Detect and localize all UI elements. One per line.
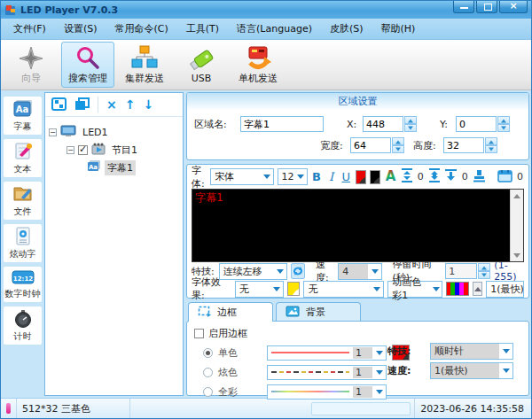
animation-color-up-icon[interactable] — [473, 282, 482, 296]
tree-program-label[interactable]: 节目1 — [109, 143, 140, 158]
expander-icon[interactable]: − — [66, 146, 74, 154]
add-program-icon[interactable] — [51, 97, 66, 113]
tab-label: 背景 — [306, 306, 325, 319]
align-bottom-icon[interactable] — [473, 169, 486, 185]
char-space-icon[interactable] — [428, 168, 441, 185]
add-area-icon[interactable] — [74, 97, 90, 113]
sidebar-item-file[interactable]: 文件 — [4, 182, 42, 220]
line-space-icon[interactable] — [401, 168, 413, 185]
stay-time-spinner[interactable] — [478, 263, 490, 279]
toolbar-search-manage-button[interactable]: 搜索管理 — [61, 42, 114, 88]
bold-button[interactable]: B — [311, 168, 323, 185]
font-effect-dropdown[interactable]: 无 — [235, 281, 285, 298]
move-up-icon[interactable]: ↑ — [125, 98, 136, 111]
scroll-down-icon[interactable] — [511, 249, 523, 261]
background-color-button[interactable] — [370, 170, 380, 184]
toolbar-single-send-button[interactable]: 单机发送 — [231, 42, 285, 88]
tree-row-area[interactable]: Aa 字幕1 — [49, 159, 179, 176]
y-input[interactable] — [456, 116, 497, 132]
width-label: 宽度: — [320, 139, 350, 152]
stay-time-input[interactable] — [445, 263, 477, 279]
dazzle-color-label: 炫色 — [218, 366, 238, 379]
menu-settings[interactable]: 设置(S) — [55, 19, 106, 38]
tree-area-label[interactable]: 字幕1 — [105, 160, 136, 175]
file-icon — [12, 184, 34, 205]
calendar-icon[interactable] — [497, 169, 512, 185]
text-editor-group: 字体: 宋体 12 B I U A 0 0 — [186, 164, 529, 299]
underline-button[interactable]: U — [340, 168, 352, 185]
sidebar-item-text[interactable]: 文本 — [4, 139, 42, 177]
menu-commands[interactable]: 常用命令(C) — [106, 19, 177, 38]
maximize-button[interactable] — [476, 1, 497, 13]
width-spinner[interactable] — [392, 137, 404, 153]
animation-color-dropdown[interactable]: 动画色彩1 — [387, 281, 442, 298]
toolbar-cluster-send-button[interactable]: 集群发送 — [118, 42, 171, 88]
menu-file[interactable]: 文件(F) — [4, 19, 55, 38]
menu-skin[interactable]: 皮肤(S) — [321, 19, 372, 38]
width-input[interactable] — [350, 137, 391, 153]
tree-device-label[interactable]: LED1 — [80, 126, 111, 139]
full-color-line-dropdown[interactable]: 1 — [267, 384, 387, 400]
menu-help[interactable]: 帮助(H) — [372, 19, 425, 38]
font-family-dropdown[interactable]: 宋体 — [210, 168, 273, 185]
height-input[interactable] — [443, 137, 484, 153]
tab-background[interactable]: 背景 — [276, 302, 361, 322]
toolbar-button-label: USB — [192, 73, 212, 84]
region-name-input[interactable] — [240, 116, 324, 132]
dazzle-color-radio[interactable] — [203, 368, 213, 377]
menu-language[interactable]: 语言(Language) — [228, 19, 321, 38]
enable-border-checkbox[interactable] — [194, 329, 204, 338]
text-color-button[interactable] — [356, 170, 366, 184]
expander-icon[interactable]: − — [49, 128, 57, 136]
preview-scrollbar[interactable] — [510, 190, 523, 261]
led-preview-area[interactable]: 字幕1 — [192, 189, 524, 262]
indent-icon[interactable] — [444, 168, 458, 185]
speed-dropdown[interactable]: 4 — [338, 263, 381, 280]
italic-button[interactable]: I — [325, 168, 337, 185]
scroll-up-icon[interactable] — [511, 190, 523, 202]
x-input[interactable] — [363, 116, 403, 132]
subtitle-icon: Aa — [12, 99, 34, 120]
toolbar-wizard-button[interactable]: 向导 — [4, 42, 58, 88]
animation-speed-dropdown[interactable]: 1(最快) — [486, 281, 524, 298]
animation-color-preview[interactable] — [446, 282, 469, 296]
status-datetime: 2023-06-26 14:35:58 — [414, 399, 531, 418]
tree-row-program[interactable]: − 节目1 — [49, 141, 179, 159]
height-spinner[interactable] — [485, 137, 497, 153]
program-checkbox[interactable] — [78, 145, 88, 155]
border-speed-dropdown[interactable]: 1(最快) — [430, 362, 513, 379]
tab-border[interactable]: 边框 — [188, 302, 273, 322]
effect-dropdown[interactable]: 连续左移 — [219, 263, 287, 280]
tree-row-device[interactable]: − LED1 — [49, 123, 179, 141]
sidebar-item-digital-clock[interactable]: 12:12 数字时钟 — [4, 267, 42, 302]
menu-tools[interactable]: 工具(T) — [177, 19, 228, 38]
refresh-effect-icon[interactable] — [291, 263, 305, 279]
minimize-button[interactable] — [453, 1, 474, 13]
single-color-line-dropdown[interactable]: 1 — [267, 345, 387, 361]
sidebar-item-label: 文件 — [14, 206, 32, 218]
program-icon — [91, 143, 106, 158]
x-spinner[interactable] — [404, 116, 417, 132]
y-spinner[interactable] — [497, 116, 510, 132]
line-width-value: 1 — [353, 386, 372, 398]
toolbar-usb-button[interactable]: USB — [175, 42, 228, 88]
single-color-radio[interactable] — [203, 348, 213, 358]
close-button[interactable] — [499, 1, 528, 13]
background-effect-dropdown[interactable]: 无 — [303, 281, 384, 298]
delete-icon[interactable]: × — [106, 98, 117, 111]
x-label: X: — [347, 119, 363, 130]
toolbar-button-label: 单机发送 — [239, 72, 278, 85]
sidebar-item-timer[interactable]: 计时 — [4, 306, 42, 345]
rainbow-text-icon[interactable]: A — [384, 168, 397, 185]
full-color-radio[interactable] — [203, 387, 213, 397]
sidebar-item-label: 文本 — [14, 163, 32, 175]
sidebar-item-subtitle[interactable]: Aa 字幕 — [4, 97, 42, 135]
effect-value: 连续左移 — [223, 265, 262, 278]
move-down-icon[interactable]: ↓ — [143, 98, 153, 111]
sidebar-item-dazzle-text[interactable]: 炫动字 — [4, 224, 42, 262]
font-effect-color-button[interactable] — [287, 282, 300, 296]
screen-icon — [60, 125, 76, 140]
dazzle-line-dropdown[interactable]: 1 — [267, 365, 387, 380]
border-effect-dropdown[interactable]: 顺时针 — [430, 343, 513, 360]
font-size-dropdown[interactable]: 12 — [278, 168, 308, 185]
